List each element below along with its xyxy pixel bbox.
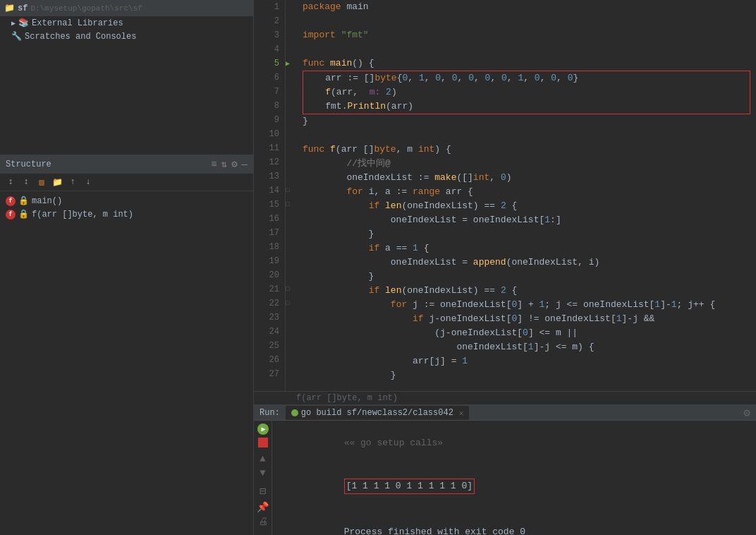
run-stop-button[interactable] [258,438,268,447]
sort-order-icon[interactable]: ↕ [20,176,32,188]
up-icon[interactable]: ↑ [66,176,79,188]
arrow-icon: ▶ [11,19,16,28]
external-libraries-label: External Libraries [32,18,123,28]
code-line-15: if len(oneIndexList) == 2 { [303,199,750,213]
scratches-item[interactable]: 🔧 Scratches and Consoles [0,30,253,43]
code-line-25: oneIndexList[1]-j <= m) { [303,340,750,354]
signature-text: f(arr []byte, m int) [296,393,398,403]
g9 [286,113,297,127]
ln-20: 20 [260,268,279,282]
ln-22: 22 [260,296,279,311]
run-tab-bar: Run: go build sf/newclass2/class042 ✕ ⚙ [254,406,756,421]
code-line-7: f(arr, m: 2) [303,85,750,100]
code-line-5: func main() { [303,56,750,71]
down-icon[interactable]: ↓ [82,176,94,188]
g2 [286,14,297,28]
code-line-14: for i, a := range arr { [303,185,750,199]
g5: ▶ [286,56,297,71]
g12 [286,155,297,169]
scroll-down-icon[interactable]: ▼ [260,467,265,479]
g20 [286,268,297,282]
run-label: Run: [260,408,280,418]
code-line-9: } [303,114,750,128]
output-setup: «« go setup calls» [278,422,750,464]
scratches-icon: 🔧 [11,31,22,42]
run-tab[interactable]: go build sf/newclass2/class042 ✕ [286,406,470,420]
g8 [286,99,297,113]
g21: □ [286,282,297,296]
ln-10: 10 [260,127,279,141]
run-tab-close[interactable]: ✕ [459,409,464,418]
code-line-13: oneIndexList := make([]int, 0) [303,171,750,185]
gear-icon[interactable]: ⚙ [231,158,237,170]
struct-label-f: f(arr []byte, m int) [32,210,133,220]
code-line-8: fmt.Println(arr) [303,100,750,114]
ln-3: 3 [260,28,279,42]
ln-12: 12 [260,155,279,169]
project-tree: 📁 sf D:\mysetup\gopath\src\sf ▶ 📚 Extern… [0,0,253,155]
code-line-1: package main [303,0,750,14]
scroll-up-icon[interactable]: ▲ [260,453,265,464]
sort-alpha-icon[interactable]: ↕ [4,176,17,188]
external-libraries-item[interactable]: ▶ 📚 External Libraries [0,16,253,30]
pin-icon[interactable]: 📌 [257,501,269,513]
struct-item-main[interactable]: f 🔒 main() [0,194,253,208]
run-left-controls: ▶ ▲ ▼ ⊟ 📌 🖨 [254,421,272,535]
code-line-3: import "fmt" [303,28,750,42]
structure-panel: Structure ≡ ⇅ ⚙ — ↕ ↕ ▨ 📁 ↑ ↓ f 🔒 [0,155,253,535]
signature-hint: f(arr []byte, m int) [254,391,756,404]
ln-18: 18 [260,240,279,254]
editor-main: 1 2 3 4 5 6 7 8 9 10 11 12 13 14 15 16 1… [254,0,756,535]
print-icon[interactable]: 🖨 [258,516,268,527]
lib-icon: 📚 [18,18,29,28]
code-line-10 [303,128,750,143]
code-editor[interactable]: 1 2 3 4 5 6 7 8 9 10 11 12 13 14 15 16 1… [254,0,756,391]
ln-13: 13 [260,169,279,184]
ln-24: 24 [260,325,279,339]
sort-icon[interactable]: ≡ [211,159,217,170]
ln-1: 1 [260,0,279,14]
ln-19: 19 [260,254,279,268]
gutter: ▶ □ □ [286,0,297,391]
g10 [286,127,297,141]
g14: □ [286,184,297,198]
ln-23: 23 [260,311,279,325]
layout-icon[interactable]: ⊟ [260,484,267,498]
code-line-17: } [303,227,750,241]
tree-header: 📁 sf D:\mysetup\gopath\src\sf [0,0,253,16]
code-line-4 [303,42,750,56]
code-line-16: oneIndexList = oneIndexList[1:] [303,213,750,227]
options-icon[interactable]: ⇅ [221,158,227,170]
ln-7: 7 [260,85,279,99]
structure-items: f 🔒 main() f 🔒 f(arr []byte, m int) [0,191,253,535]
run-settings-icon[interactable]: ⚙ [743,406,750,420]
ln-4: 4 [260,42,279,56]
highlighted-block: arr := []byte{0, 1, 0, 0, 0, 0, 0, 1, 0,… [303,71,750,114]
output-exit: Process finished with exit code 0 [278,511,750,535]
g11 [286,141,297,155]
ln-5: 5 [260,56,279,71]
exit-text: Process finished with exit code 0 [344,527,525,535]
ln-9: 9 [260,113,279,127]
project-label: sf [18,4,28,13]
code-line-11: func f(arr []byte, m int) { [303,143,750,157]
output-array: [1 1 1 1 0 1 1 1 1 1 0] [344,479,475,494]
ln-11: 11 [260,141,279,155]
struct-lock-main: 🔒 [18,196,29,206]
run-play-button[interactable]: ▶ [257,423,269,435]
minimize-icon[interactable]: — [242,159,248,170]
struct-lock-f: 🔒 [18,209,29,220]
structure-tools: ≡ ⇅ ⚙ — [211,158,248,170]
struct-item-f[interactable]: f 🔒 f(arr []byte, m int) [0,208,253,221]
ln-15: 15 [260,198,279,212]
code-line-22: for j := oneIndexList[0] + 1; j <= oneIn… [303,298,750,312]
expand-icon[interactable]: 📁 [51,176,63,188]
code-line-12: //找中间@ [303,157,750,171]
filter-icon[interactable]: ▨ [35,176,48,188]
g15: □ [286,198,297,212]
ln-27: 27 [260,367,279,381]
g24 [286,325,297,339]
code-line-24: (j-oneIndexList[0] <= m || [303,326,750,340]
code-line-6: arr := []byte{0, 1, 0, 0, 0, 0, 0, 1, 0,… [303,71,750,85]
project-path: D:\mysetup\gopath\src\sf [30,4,142,13]
